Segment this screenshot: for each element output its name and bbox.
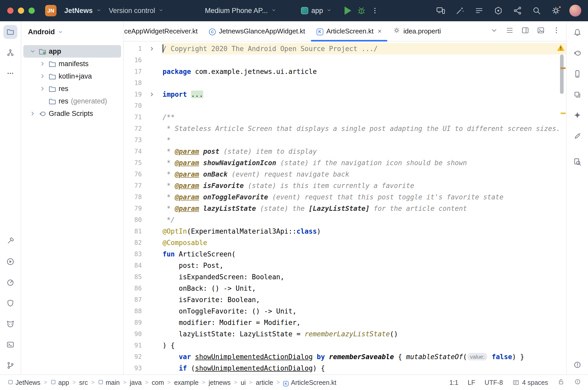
code-text[interactable] [163, 77, 566, 89]
code-text[interactable]: * @param showNavigationIcon (state) if t… [163, 157, 566, 169]
profiler-tool-button[interactable] [3, 275, 17, 289]
breadcrumb-jetnews[interactable]: JetNews [8, 379, 40, 386]
code-line-16[interactable]: 16 [124, 54, 566, 66]
editor-gutter[interactable]: 89 [124, 317, 163, 328]
line-number[interactable]: 16 [124, 54, 149, 66]
line-number[interactable]: 80 [124, 214, 149, 226]
inspection-warning-icon[interactable] [557, 44, 565, 51]
code-line-90[interactable]: 90 lazyListState: LazyListState = rememb… [124, 328, 566, 340]
tree-item-res-generated[interactable]: res(generated) [23, 95, 121, 107]
breadcrumb-ui[interactable]: ui [241, 379, 246, 386]
breadcrumb-main[interactable]: main [98, 379, 120, 386]
code-text[interactable] [163, 100, 566, 112]
tree-item-res[interactable]: res [23, 82, 121, 95]
line-number[interactable]: 88 [124, 305, 149, 317]
vcs-widget[interactable]: Version control [105, 4, 168, 17]
line-number[interactable]: 85 [124, 271, 149, 283]
editor-gutter[interactable]: 77 [124, 180, 163, 191]
editor-gutter[interactable]: 16 [124, 54, 163, 66]
indent-widget[interactable]: 4 spaces [512, 379, 548, 386]
code-line-18[interactable]: 18 [124, 77, 566, 89]
code-text[interactable]: isFavorite: Boolean, [163, 294, 566, 305]
more-run-options-button[interactable] [368, 4, 382, 17]
chevron-right-icon[interactable] [38, 73, 47, 79]
editor-gutter[interactable]: 84 [124, 260, 163, 271]
code-line-92[interactable]: 92 var showUnimplementedActionDialog by … [124, 351, 566, 363]
code-line-80[interactable]: 80 */ [124, 214, 566, 226]
breadcrumb-com[interactable]: com [152, 379, 164, 386]
tab-jetnewsglanceappwidget-kt[interactable]: CJetnewsGlanceAppWidget.kt [203, 21, 311, 41]
line-number[interactable]: 71 [124, 112, 149, 123]
project-widget[interactable]: JetNews [61, 4, 105, 17]
preview-icon[interactable] [537, 26, 545, 36]
editor-gutter[interactable]: 88 [124, 305, 163, 317]
code-line-91[interactable]: 91) { [124, 340, 566, 351]
build-tool-button[interactable] [3, 234, 17, 248]
chevron-right-icon[interactable] [38, 86, 47, 92]
code-line-81[interactable]: 81@OptIn(ExperimentalMaterial3Api::class… [124, 226, 566, 237]
code-with-me-icon[interactable] [512, 5, 523, 16]
tree-item-gradle-scripts[interactable]: Gradle Scripts [23, 107, 121, 120]
hidden-tabs-chevron-icon[interactable] [490, 26, 498, 36]
code-text[interactable]: package com.example.jetnews.ui.article [163, 66, 566, 77]
chevron-right-icon[interactable] [28, 110, 37, 117]
line-number[interactable]: 1 [124, 43, 149, 54]
breadcrumb-jetnews[interactable]: jetnews [209, 379, 231, 386]
line-separator-widget[interactable]: LF [468, 379, 475, 386]
split-editor-icon[interactable] [521, 26, 529, 36]
breadcrumb-src[interactable]: src [79, 379, 88, 386]
project-view-selector[interactable]: Android [28, 28, 55, 36]
run-button[interactable] [341, 4, 355, 17]
device-mirroring-icon[interactable] [435, 5, 446, 16]
line-number[interactable]: 87 [124, 294, 149, 305]
editor-gutter[interactable]: 85 [124, 271, 163, 283]
editor-gutter[interactable]: 87 [124, 294, 163, 305]
editor-gutter[interactable]: 78 [124, 191, 163, 203]
more-options-icon[interactable] [552, 26, 561, 36]
line-number[interactable]: 83 [124, 248, 149, 260]
line-number[interactable]: 93 [124, 363, 149, 374]
stripe-warning-mark[interactable] [561, 67, 566, 69]
line-number[interactable]: 75 [124, 157, 149, 169]
line-number[interactable]: 86 [124, 283, 149, 294]
code-text[interactable]: * [163, 134, 566, 146]
line-number[interactable]: 18 [124, 77, 149, 89]
code-line-88[interactable]: 88 onToggleFavorite: () -> Unit, [124, 305, 566, 317]
code-text[interactable]: modifier: Modifier = Modifier, [163, 317, 566, 328]
editor-gutter[interactable]: 81 [124, 226, 163, 237]
tree-item-manifests[interactable]: manifests [23, 58, 121, 70]
caret-position-widget[interactable]: 1:1 [449, 379, 458, 386]
code-editor[interactable]: 1/ Copyright 2020 The Android Open Sourc… [124, 41, 566, 374]
code-line-79[interactable]: 79 * @param lazyListState (state) the [L… [124, 203, 566, 214]
breadcrumb-article[interactable]: article [256, 379, 273, 386]
editor-gutter[interactable]: 79 [124, 203, 163, 214]
editor-gutter[interactable]: 19 [124, 89, 163, 100]
breadcrumb-java[interactable]: java [130, 379, 142, 386]
code-text[interactable]: onToggleFavorite: () -> Unit, [163, 305, 566, 317]
line-number[interactable]: 92 [124, 351, 149, 363]
code-text[interactable]: * @param lazyListState (state) the [Lazy… [163, 203, 566, 214]
background-tasks-icon[interactable] [574, 378, 581, 387]
line-number[interactable]: 74 [124, 146, 149, 157]
version-control-tool-button[interactable] [3, 358, 17, 372]
run-configuration-selector[interactable]: app [297, 4, 335, 17]
code-line-78[interactable]: 78 * @param onToggleFavorite (event) req… [124, 191, 566, 203]
code-line-83[interactable]: 83fun ArticleScreen( [124, 248, 566, 260]
editor-gutter[interactable]: 93 [124, 363, 163, 374]
code-text[interactable]: @OptIn(ExperimentalMaterial3Api::class) [163, 226, 566, 237]
code-text[interactable]: isExpandedScreen: Boolean, [163, 271, 566, 283]
code-line-73[interactable]: 73 * [124, 134, 566, 146]
code-line-84[interactable]: 84 post: Post, [124, 260, 566, 271]
code-line-93[interactable]: 93 if (showUnimplementedActionDialog) { [124, 363, 566, 374]
gemini-button[interactable] [570, 108, 584, 122]
close-tab-icon[interactable]: × [378, 27, 382, 35]
encoding-widget[interactable]: UTF-8 [485, 379, 503, 386]
code-text[interactable]: /** [163, 112, 566, 123]
device-selector[interactable]: Medium Phone AP... [198, 4, 280, 17]
code-text[interactable]: if (showUnimplementedActionDialog) { [163, 363, 566, 374]
code-line-74[interactable]: 74 * @param post (state) item to display [124, 146, 566, 157]
terminal-tool-button[interactable] [3, 338, 17, 352]
code-text[interactable]: * @param isFavorite (state) is this item… [163, 180, 566, 191]
code-text[interactable]: @Composable [163, 237, 566, 248]
fold-chevron-icon[interactable] [149, 89, 163, 100]
